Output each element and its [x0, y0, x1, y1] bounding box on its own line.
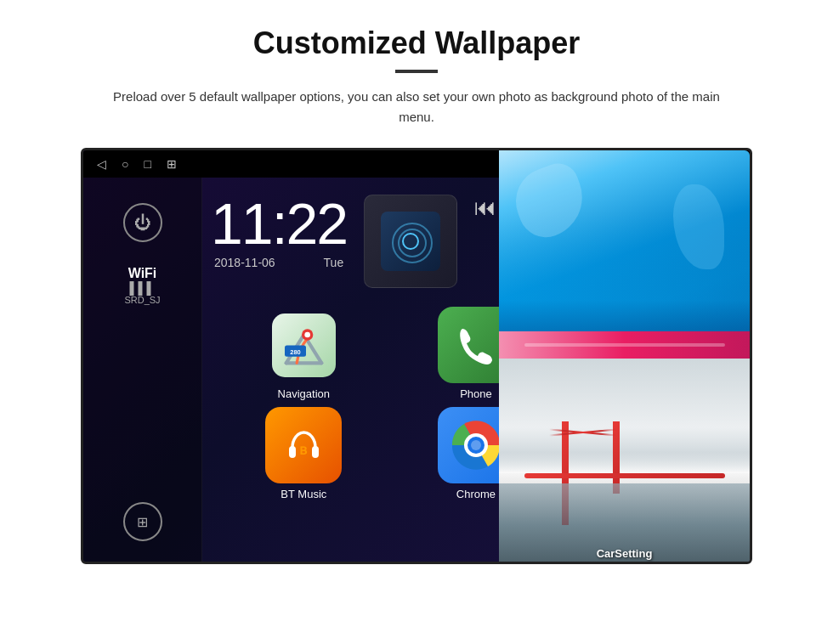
- wallpaper-bridge[interactable]: CarSetting: [499, 359, 750, 564]
- navigation-app-icon: 280: [265, 307, 342, 383]
- radio-widget[interactable]: [364, 195, 457, 288]
- wifi-signal-icon: ▌▌▌: [124, 281, 160, 295]
- carsetting-label: CarSetting: [499, 547, 750, 560]
- sidebar: ⏻ WiFi ▌▌▌ SRD_SJ ⊞: [83, 178, 202, 564]
- bt-music-app-icon: ʙ: [265, 407, 342, 483]
- recents-icon[interactable]: □: [144, 157, 150, 171]
- app-item-navigation[interactable]: 280 Navigation: [221, 307, 387, 400]
- screenshot-icon[interactable]: ⊞: [167, 157, 177, 171]
- grid-icon: ⊞: [137, 514, 148, 530]
- date-value: 2018-11-06: [214, 256, 275, 269]
- status-bar-left: ◁ ○ □ ⊞: [97, 157, 177, 171]
- clock-time: 11:22: [211, 195, 347, 252]
- clock-display: 11:22 2018-11-06 Tue: [211, 195, 347, 269]
- back-icon[interactable]: ◁: [97, 157, 106, 171]
- device-container: ◁ ○ □ ⊞ ⬡ ▾ 11:22 ⏻ Wi: [34, 148, 799, 564]
- svg-point-5: [304, 331, 310, 337]
- wifi-ssid: SRD_SJ: [124, 295, 160, 305]
- svg-text:280: 280: [290, 347, 301, 355]
- wallpaper-panel: CarSetting: [499, 150, 750, 564]
- bt-music-app-label: BT Music: [280, 488, 326, 500]
- android-screen: ◁ ○ □ ⊞ ⬡ ▾ 11:22 ⏻ Wi: [81, 148, 752, 564]
- app-item-bt-music[interactable]: ʙ BT Music: [221, 407, 387, 500]
- page-subtitle: Preload over 5 default wallpaper options…: [110, 87, 722, 127]
- home-icon[interactable]: ○: [122, 157, 128, 171]
- power-button[interactable]: ⏻: [123, 203, 162, 242]
- svg-text:ʙ: ʙ: [299, 443, 308, 457]
- wallpaper-ice[interactable]: [499, 150, 750, 359]
- page-container: Customized Wallpaper Preload over 5 defa…: [0, 0, 833, 581]
- radio-signal-icon: [389, 220, 432, 263]
- prev-track-icon[interactable]: ⏮: [474, 195, 496, 221]
- apps-button[interactable]: ⊞: [123, 502, 162, 541]
- phone-app-label: Phone: [460, 387, 492, 400]
- svg-rect-12: [289, 446, 296, 458]
- radio-icon: [381, 212, 440, 271]
- svg-point-18: [471, 440, 481, 450]
- wifi-info: WiFi ▌▌▌ SRD_SJ: [124, 266, 160, 305]
- title-divider: [395, 70, 438, 73]
- page-title: Customized Wallpaper: [34, 25, 799, 61]
- svg-rect-13: [312, 446, 319, 458]
- wifi-label: WiFi: [124, 266, 160, 281]
- signal-center: [402, 233, 419, 250]
- sidebar-top: ⏻ WiFi ▌▌▌ SRD_SJ: [123, 203, 162, 305]
- day-value: Tue: [324, 256, 344, 269]
- chrome-app-label: Chrome: [456, 488, 496, 500]
- clock-date: 2018-11-06 Tue: [211, 256, 347, 269]
- navigation-app-label: Navigation: [278, 387, 330, 400]
